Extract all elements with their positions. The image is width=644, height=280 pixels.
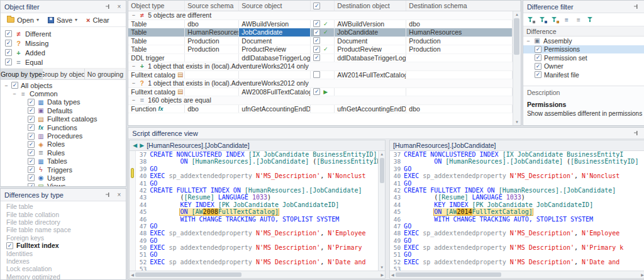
scroll-up-icon[interactable]: ▲ [515, 12, 519, 17]
previous-difference-button[interactable]: ◀ [133, 142, 137, 148]
table-row[interactable]: TabledboAWBuildVersion✓✓AWBuildVersiondb… [128, 20, 513, 29]
filter-item-permissions[interactable]: ✓Permissions [523, 45, 644, 54]
list-item-foreign-keys[interactable]: Foreign keys [1, 234, 126, 242]
checkbox[interactable]: ✓ [535, 54, 541, 61]
apply-filter-icon[interactable] [586, 16, 595, 23]
diff-map-marker[interactable] [131, 168, 134, 178]
pin-icon[interactable] [632, 129, 641, 138]
column-destination-schema[interactable]: Destination schema [406, 1, 521, 11]
scroll-up-icon[interactable]: ▲ [380, 152, 384, 157]
checkbox[interactable]: ✓ [313, 46, 320, 53]
scroll-down-icon[interactable]: ▼ [380, 265, 384, 270]
list-item-lock-escalation[interactable]: Lock escalation [1, 265, 126, 272]
tree-item-all-objects[interactable]: −✓All objects [1, 81, 126, 89]
group-view-icon[interactable]: ≡ [562, 16, 571, 23]
checkbox[interactable]: ✓ [6, 242, 13, 249]
list-item-file-table-name-space[interactable]: File table name space [1, 226, 126, 233]
save-filter-icon[interactable] [538, 16, 547, 23]
list-item-file-table[interactable]: File table [1, 203, 126, 210]
checkbox[interactable]: ✓ [5, 30, 12, 37]
list-item-file-table-collation[interactable]: File table collation [1, 210, 126, 218]
code-editor[interactable]: 37CREATE NONCLUSTERED INDEX [IX_JobCandi… [390, 151, 644, 271]
group-row-different[interactable]: −≠5 objects are different [128, 11, 513, 20]
filter-item-manifest-file[interactable]: ✓Manifest file [523, 70, 644, 79]
tree-item-rules[interactable]: ✓≣Rules [1, 148, 126, 157]
table-row[interactable]: DDL triggerddlDatabaseTriggerLog✓ddlData… [128, 54, 513, 63]
checkbox[interactable]: ✓ [28, 116, 35, 123]
checkbox[interactable]: ✓ [28, 141, 35, 148]
grid-vertical-scrollbar[interactable]: ▲ ▼ [513, 11, 521, 125]
list-item-memory-optimized[interactable]: Memory optimized [1, 273, 126, 279]
edit-filter-icon[interactable] [526, 16, 535, 23]
tree-item-views[interactable]: ✓▤Views [1, 182, 126, 186]
scroll-thumb[interactable] [396, 272, 502, 277]
next-difference-button[interactable]: ▶ [140, 142, 144, 148]
collapse-icon[interactable]: − [131, 80, 136, 86]
checkbox[interactable]: ✓ [313, 88, 320, 95]
pane-horizontal-scrollbar[interactable]: ◀▶ [390, 271, 644, 278]
close-icon[interactable]: × [114, 3, 123, 11]
table-row[interactable]: TableHumanResourcesJobCandidate✓✓JobCand… [128, 28, 513, 37]
tab-no-grouping[interactable]: No grouping [85, 69, 126, 79]
checkbox[interactable]: ✓ [28, 166, 35, 173]
tree-item-defaults[interactable]: ✓▣Defaults [1, 106, 126, 115]
checkbox[interactable]: ✓ [28, 107, 35, 114]
collapse-icon[interactable]: − [12, 91, 17, 97]
list-item-file-table-directory[interactable]: File table directory [1, 218, 126, 226]
checkbox[interactable]: ✓ [313, 54, 320, 61]
column-source-object[interactable]: Source object [239, 1, 311, 11]
collapse-icon[interactable]: − [131, 12, 136, 18]
group-row-added[interactable]: −+1 object that exists in (local).Advent… [128, 62, 513, 71]
column-source-schema[interactable]: Source schema [185, 1, 239, 11]
tree-item-roles[interactable]: ✓◈Roles [1, 140, 126, 148]
list-item-identities[interactable]: Identities [1, 249, 126, 257]
filter-item-permission-set[interactable]: ✓Permission set [523, 53, 644, 62]
checkbox[interactable]: ✓ [28, 133, 35, 140]
tree-item-procedures[interactable]: ✓▥Procedures [1, 132, 126, 140]
column-sync-checkbox[interactable]: ✓ [311, 1, 335, 11]
status-filter-equal[interactable]: ✓=Equal [1, 57, 126, 67]
checkbox[interactable]: ✓ [313, 37, 320, 44]
scroll-left-icon[interactable]: ◀ [131, 272, 134, 277]
collapse-icon[interactable]: − [131, 63, 136, 69]
table-row[interactable]: TableProductionProductReview✓✓ProductRev… [128, 45, 513, 54]
tab-group-by-object[interactable]: Group by object [43, 69, 85, 79]
tree-item-fulltext-catalogs[interactable]: ✓▤Fulltext catalogs [1, 115, 126, 123]
open-filter-icon[interactable] [550, 16, 559, 23]
scroll-right-icon[interactable]: ▶ [641, 272, 644, 277]
difference-column-header[interactable]: Difference ▾ [523, 26, 644, 36]
collapse-icon[interactable]: − [131, 97, 136, 103]
tree-item-common[interactable]: −≡Common [1, 89, 126, 98]
checkbox[interactable]: ✓ [5, 49, 12, 56]
checkbox[interactable] [313, 71, 320, 78]
code-editor[interactable]: 37CREATE NONCLUSTERED INDEX [IX_JobCandi… [136, 151, 378, 271]
checkbox[interactable]: ✓ [535, 46, 541, 53]
table-row[interactable]: Fulltext catalog▤AW2014FullTextCatalog [128, 71, 513, 80]
checkbox[interactable]: ✓ [28, 99, 35, 106]
tree-item-triggers[interactable]: ✓ϟTriggers [1, 165, 126, 174]
column-destination-object[interactable]: Destination object [335, 1, 406, 11]
pin-icon[interactable] [103, 191, 112, 199]
scroll-thumb[interactable] [380, 158, 384, 183]
close-icon[interactable]: × [114, 191, 123, 199]
checkbox[interactable]: ✓ [28, 124, 35, 131]
checkbox[interactable]: ✓ [28, 158, 35, 165]
list-item-indexes[interactable]: Indexes [1, 257, 126, 265]
pin-icon[interactable] [632, 3, 641, 11]
tree-item-users[interactable]: ✓◉Users [1, 174, 126, 182]
status-filter-missing[interactable]: ✓?Missing [1, 38, 126, 48]
list-item-fulltext-index[interactable]: ✓Fulltext index [1, 242, 126, 249]
checkbox[interactable]: ✓ [313, 3, 320, 9]
pane-vertical-scrollbar[interactable]: ▲▼ [378, 151, 385, 271]
tree-item-data-types[interactable]: ✓▦Data types [1, 98, 126, 106]
group-row-equal[interactable]: −=160 objects are equal [128, 96, 513, 105]
clear-button[interactable]: × Clear [82, 14, 113, 26]
pin-icon[interactable] [103, 3, 112, 11]
group-row-missing[interactable]: −?1 object that exists in (local).Advent… [128, 79, 513, 88]
pane-horizontal-scrollbar[interactable]: ◀▶ [130, 271, 385, 278]
collapse-icon[interactable]: − [4, 82, 9, 89]
checkbox[interactable]: ✓ [5, 59, 12, 65]
save-button[interactable]: Save ▾ [44, 14, 81, 26]
checkbox[interactable]: ✓ [28, 174, 35, 181]
collapse-icon[interactable]: − [526, 38, 531, 44]
